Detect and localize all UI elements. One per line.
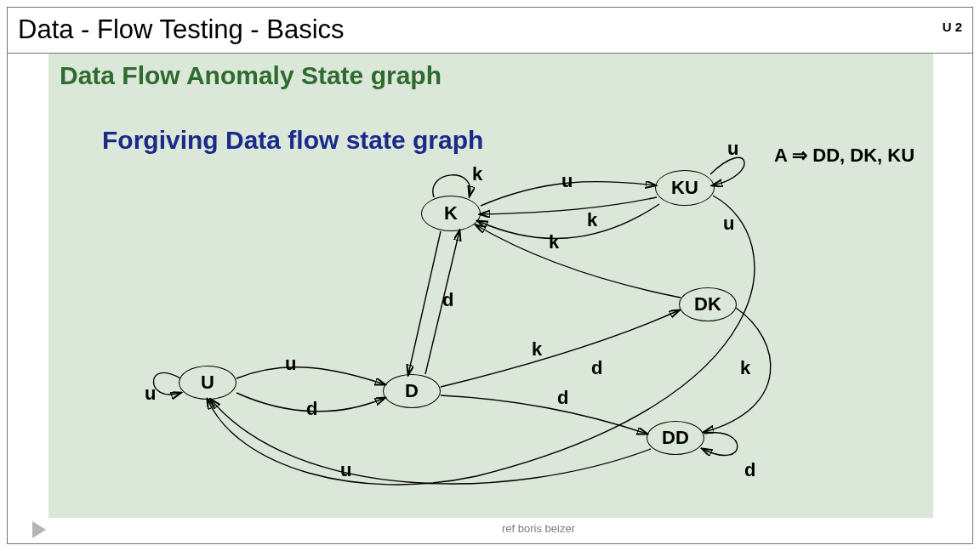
label-u-KtoKU: u xyxy=(561,170,573,192)
unit-label: U 2 xyxy=(943,20,962,34)
anomaly-list: DD, DK, KU xyxy=(812,145,914,166)
label-d-UtoD: d xyxy=(306,398,317,420)
label-u-KUtoU: u xyxy=(723,213,734,235)
node-KU: KU xyxy=(655,170,715,206)
node-D: D xyxy=(383,374,441,408)
footer-reference: ref boris beizer xyxy=(502,522,575,535)
label-k-DtoK: k xyxy=(532,338,542,361)
label-u-KUloop: u xyxy=(727,138,738,160)
diagram-title: Forgiving Data flow state graph xyxy=(102,126,483,155)
anomaly-definition: A ⇒ DD, DK, KU xyxy=(774,145,914,167)
node-DK-right: DK xyxy=(679,287,737,321)
anomaly-prefix: A xyxy=(774,145,787,166)
node-K: K xyxy=(421,196,481,231)
implies-icon: ⇒ xyxy=(792,145,807,166)
content-panel xyxy=(48,54,933,518)
label-d-KtoD: d xyxy=(442,289,453,311)
label-k-KUtoK-upper: k xyxy=(587,209,597,231)
label-k-top: k xyxy=(472,163,482,185)
node-U: U xyxy=(179,366,236,400)
title-bar: Data - Flow Testing - Basics U 2 xyxy=(8,8,972,54)
nav-triangle-icon xyxy=(32,521,46,538)
label-k-DKtoK: k xyxy=(740,357,750,379)
section-subtitle: Data Flow Anomaly State graph xyxy=(60,61,442,90)
label-k-KUtoK-lower: k xyxy=(549,231,559,253)
page-title: Data - Flow Testing - Basics xyxy=(18,14,345,45)
label-u-Uloop: u xyxy=(145,383,156,405)
node-DD: DD xyxy=(647,421,704,455)
label-d-DtoDK: d xyxy=(591,357,602,379)
label-d-DDloop: d xyxy=(744,459,755,481)
label-u-DDtoU: u xyxy=(340,459,351,481)
label-u-UtoD: u xyxy=(285,353,296,375)
label-d-DtoDD: d xyxy=(557,387,568,409)
